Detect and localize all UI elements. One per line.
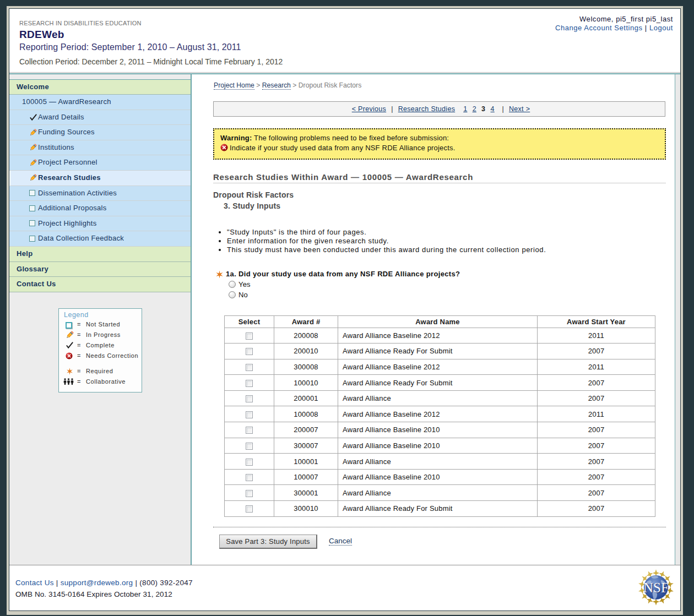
svg-text:NSF: NSF [643, 580, 669, 595]
